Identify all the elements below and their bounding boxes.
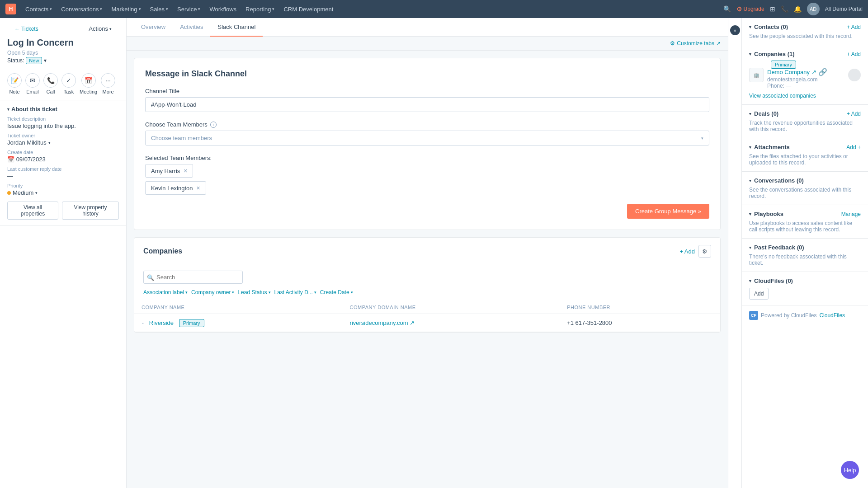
rs-contacts-header[interactable]: ▾ Contacts (0) + Add [749, 23, 861, 30]
about-ticket-toggle[interactable]: ▾ About this ticket [7, 106, 119, 113]
contacts-add-button[interactable]: + Add [847, 24, 861, 30]
expand-sidebar-button[interactable]: » [730, 25, 740, 35]
rs-past-feedback-header[interactable]: ▾ Past Feedback (0) [749, 244, 861, 251]
cloudfiles-logo: CF [749, 311, 758, 320]
last-reply-label: Last customer reply date [7, 166, 119, 172]
attachments-add-button[interactable]: Add + [846, 144, 861, 150]
company-name-link[interactable]: Riverside [149, 319, 174, 326]
tab-activities[interactable]: Activities [173, 18, 210, 37]
primary-badge-label: Primary [179, 319, 204, 327]
rs-attachments-section: ▾ Attachments Add + See the files attach… [742, 138, 868, 172]
view-property-history-button[interactable]: View property history [62, 202, 119, 220]
rs-company-item: 🏢 Primary Demo Company ↗ 🔗 demotestangel… [749, 61, 861, 89]
call-icon: 📞 [43, 73, 58, 88]
search-icon[interactable]: 🔍 [723, 5, 731, 13]
playbooks-manage-link[interactable]: Manage [841, 211, 861, 217]
help-button[interactable]: Help [841, 461, 859, 479]
companies-add-button[interactable]: + Add [679, 248, 695, 255]
ticket-title: Log In Concern [7, 38, 119, 48]
remove-amy-button[interactable]: × [184, 167, 187, 174]
rs-past-feedback-section: ▾ Past Feedback (0) There's no feedback … [742, 239, 868, 272]
filter-association-label[interactable]: Association label ▾ [143, 289, 188, 296]
priority-dot [7, 191, 11, 195]
ticket-description-label: Ticket description [7, 116, 119, 122]
hubspot-logo: H [5, 4, 16, 14]
phone-icon[interactable]: 📞 [781, 5, 788, 13]
task-button[interactable]: ✓ Task [61, 73, 76, 94]
call-button[interactable]: 📞 Call [43, 73, 58, 94]
companies-search-input[interactable] [143, 271, 243, 284]
rs-companies-add-button[interactable]: + Add [847, 51, 861, 57]
table-header-row: COMPANY NAME COMPANY DOMAIN NAME PHONE N… [134, 301, 720, 314]
top-navigation: H Contacts ▾ Conversations ▾ Marketing ▾… [0, 0, 868, 18]
nav-crm-development[interactable]: CRM Development [280, 4, 337, 14]
rs-attachments-header[interactable]: ▾ Attachments Add + [749, 144, 861, 150]
tab-slack-channel[interactable]: Slack Channel [210, 18, 263, 37]
rs-company-name[interactable]: Demo Company ↗ 🔗 [767, 68, 844, 76]
nav-marketing[interactable]: Marketing ▾ [108, 4, 144, 14]
rs-cloudfiles-header[interactable]: ▾ CloudFiles (0) [749, 277, 861, 284]
nav-conversations[interactable]: Conversations ▾ [57, 4, 106, 14]
meeting-button[interactable]: 📅 Meeting [80, 73, 97, 94]
companies-gear-button[interactable]: ⚙ [698, 245, 711, 258]
rs-past-feedback-desc: There's no feedback associated with this… [749, 253, 861, 266]
rs-conversations-desc: See the conversations associated with th… [749, 187, 861, 199]
companies-table: COMPANY NAME COMPANY DOMAIN NAME PHONE N… [134, 301, 720, 332]
ticket-description-value: Issue logging into the app. [7, 122, 119, 129]
customize-tabs-link[interactable]: ⚙ Customize tabs ↗ [670, 40, 721, 47]
nav-service[interactable]: Service ▾ [174, 4, 204, 14]
rs-contacts-desc: See the people associated with this reco… [749, 33, 861, 39]
user-avatar[interactable]: AD [807, 3, 820, 15]
cloudfiles-link[interactable]: CloudFiles [819, 312, 845, 319]
table-row: ·· Riverside true Primary riversidecompa… [134, 314, 720, 332]
filter-last-activity[interactable]: Last Activity D... ▾ [274, 289, 316, 296]
channel-title-label: Channel Title [145, 88, 709, 94]
notifications-icon[interactable]: 🔔 [794, 5, 802, 13]
domain-link[interactable]: riversidecompany.com ↗ [350, 319, 553, 326]
upgrade-button[interactable]: ⚙ Upgrade [736, 5, 764, 13]
cloudfiles-add-button[interactable]: Add [749, 288, 769, 300]
ticket-meta: Open 5 days [7, 50, 119, 56]
nav-workflows[interactable]: Workflows [206, 4, 240, 14]
col-company-name: COMPANY NAME [134, 301, 343, 314]
tab-overview[interactable]: Overview [134, 18, 173, 37]
deals-add-button[interactable]: + Add [847, 111, 861, 117]
marketplace-icon[interactable]: ⊞ [770, 5, 775, 13]
note-button[interactable]: 📝 Note [7, 73, 22, 94]
view-buttons: View all properties View property histor… [7, 202, 119, 220]
nav-reporting[interactable]: Reporting ▾ [242, 4, 278, 14]
rs-companies-header[interactable]: ▾ Companies (1) + Add [749, 51, 861, 57]
filter-create-date[interactable]: Create Date ▾ [320, 289, 353, 296]
col-domain-name: COMPANY DOMAIN NAME [343, 301, 560, 314]
email-icon: ✉ [25, 73, 40, 88]
more-button[interactable]: ··· More [101, 73, 115, 94]
create-date-value: 📅 09/07/2023 [7, 156, 119, 163]
filter-company-owner[interactable]: Company owner ▾ [191, 289, 234, 296]
company-domain-cell: riversidecompany.com ↗ [343, 314, 560, 332]
email-button[interactable]: ✉ Email [25, 73, 40, 94]
sidebar-toggle: » [728, 18, 741, 488]
priority-label: Priority [7, 183, 119, 188]
channel-title-input[interactable] [145, 97, 709, 112]
sidebar-header: ← Tickets Actions ▾ Log In Concern Open … [0, 18, 126, 68]
company-icon: ·· [142, 319, 145, 326]
rs-conversations-header[interactable]: ▾ Conversations (0) [749, 177, 861, 184]
rs-attachments-desc: See the files attached to your activitie… [749, 153, 861, 166]
rs-playbooks-header[interactable]: ▾ Playbooks Manage [749, 211, 861, 217]
remove-kevin-button[interactable]: × [197, 184, 200, 192]
priority-value[interactable]: Medium ▾ [7, 189, 119, 196]
nav-sales[interactable]: Sales ▾ [146, 4, 172, 14]
create-group-message-button[interactable]: Create Group Message » [627, 204, 709, 219]
last-reply-value: — [7, 173, 119, 179]
team-members-dropdown[interactable]: Choose team members ▾ [145, 131, 709, 145]
view-all-properties-button[interactable]: View all properties [7, 202, 58, 220]
rs-deals-header[interactable]: ▾ Deals (0) + Add [749, 110, 861, 117]
breadcrumb[interactable]: ← Tickets [14, 26, 38, 32]
filter-lead-status[interactable]: Lead Status ▾ [238, 289, 270, 296]
actions-button[interactable]: Actions ▾ [89, 25, 112, 32]
view-associated-companies-link[interactable]: View associated companies [749, 93, 861, 99]
ticket-owner-value[interactable]: Jordan Mikiltus ▾ [7, 139, 119, 146]
nav-contacts[interactable]: Contacts ▾ [22, 4, 56, 14]
companies-search-icon: 🔍 [147, 274, 154, 281]
status-badge[interactable]: New [26, 57, 42, 64]
